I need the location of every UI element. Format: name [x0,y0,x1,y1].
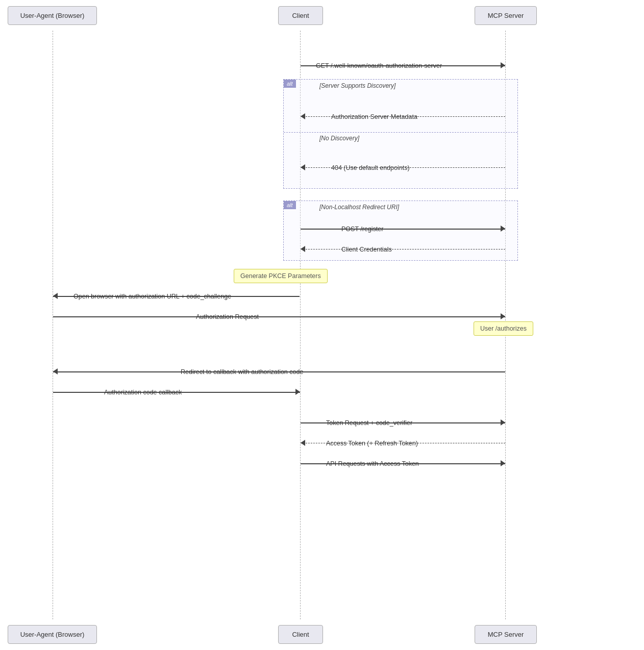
alt-condition-redirect: [Non-Localhost Redirect URI] [319,204,399,211]
arrow-label-404: 404 (Use default endpoints) [331,164,410,171]
alt-condition-discovery: [Server Supports Discovery] [319,82,395,89]
lifeline-user-agent [53,31,53,619]
arrow-label-auth-metadata: Authorization Server Metadata [331,113,417,120]
participant-user-agent-top: User-Agent (Browser) [8,6,97,25]
arrow-token-request: Token Request + code_verifier [301,417,505,428]
alt-label-2: alt [284,201,296,209]
arrow-label-client-credentials: Client Credentials [341,246,392,253]
participant-mcp-server-top: MCP Server [475,6,537,25]
arrow-label-token-request: Token Request + code_verifier [326,419,412,427]
note-user-authorizes: User /authorizes [474,321,533,336]
arrow-label-open-browser: Open browser with authorization URL + co… [73,293,231,300]
arrow-access-token: Access Token (+ Refresh Token) [301,438,505,448]
alt-divider-1 [284,132,517,133]
arrow-label-auth-code-callback: Authorization code callback [104,389,182,396]
alt-condition-no-discovery: [No Discovery] [319,135,359,142]
arrow-label-post-register: POST /register [341,226,383,233]
arrow-redirect-callback: Redirect to callback with authorization … [53,366,505,377]
arrow-post-register: POST /register [301,223,505,234]
arrow-label-redirect-callback: Redirect to callback with authorization … [181,368,303,376]
arrow-label-auth-request: Authorization Request [196,313,259,320]
arrow-get-well-known: GET /.well-known/oauth-authorization-ser… [301,60,505,70]
arrow-api-requests: API Requests with Access Token [301,458,505,468]
arrow-label-access-token: Access Token (+ Refresh Token) [326,440,418,447]
sequence-diagram: User-Agent (Browser) Client MCP Server a… [0,0,644,650]
arrow-client-credentials: Client Credentials [301,244,505,254]
note-pkce: Generate PKCE Parameters [234,269,328,283]
arrow-auth-request: Authorization Request [53,311,505,321]
participant-client-bottom: Client [278,625,323,644]
alt-label-1: alt [284,80,296,88]
arrow-auth-code-callback: Authorization code callback [53,387,300,397]
arrow-auth-server-metadata: Authorization Server Metadata [301,111,505,121]
participant-user-agent-bottom: User-Agent (Browser) [8,625,97,644]
participant-mcp-server-bottom: MCP Server [475,625,537,644]
arrow-404: 404 (Use default endpoints) [301,162,505,172]
arrow-open-browser: Open browser with authorization URL + co… [53,291,300,301]
arrow-label-get-well-known: GET /.well-known/oauth-authorization-ser… [316,62,442,69]
arrow-label-api-requests: API Requests with Access Token [326,460,419,467]
participant-client-top: Client [278,6,323,25]
